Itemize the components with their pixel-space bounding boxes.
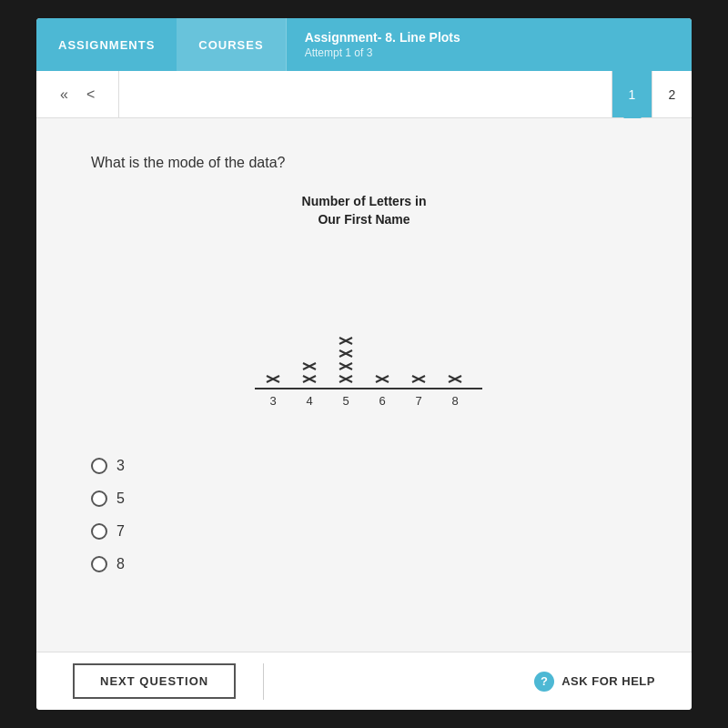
radio-3[interactable] bbox=[91, 458, 107, 474]
attempt-label: Attempt 1 of 3 bbox=[305, 46, 460, 59]
help-icon: ? bbox=[534, 672, 554, 692]
radio-8[interactable] bbox=[91, 556, 107, 572]
svg-text:4: 4 bbox=[306, 394, 312, 408]
courses-tab[interactable]: COURSES bbox=[177, 18, 285, 71]
question-1-btn[interactable]: 1 bbox=[612, 71, 652, 117]
question-2-btn[interactable]: 2 bbox=[652, 71, 692, 117]
ask-for-help-label: ASK FOR HELP bbox=[561, 674, 655, 688]
plot-title-line2: Our First Name bbox=[318, 212, 410, 227]
option-5[interactable]: 5 bbox=[91, 490, 637, 507]
q1-label: 1 bbox=[629, 87, 636, 102]
svg-text:7: 7 bbox=[415, 394, 421, 408]
question-nav: « < 1 2 bbox=[36, 71, 692, 118]
courses-label: COURSES bbox=[198, 38, 263, 52]
main-content: What is the mode of the data? Number of … bbox=[36, 118, 692, 652]
line-plot-svg: 3 4 5 6 7 8 bbox=[237, 243, 491, 425]
assignment-info: Assignment- 8. Line Plots Attempt 1 of 3 bbox=[286, 18, 479, 71]
option-7[interactable]: 7 bbox=[91, 523, 637, 540]
assignment-title: Assignment- 8. Line Plots bbox=[305, 30, 460, 45]
option-5-label: 5 bbox=[116, 490, 125, 507]
double-back-arrow[interactable]: « bbox=[55, 83, 74, 106]
bottom-divider bbox=[263, 663, 264, 700]
radio-5[interactable] bbox=[91, 490, 107, 507]
next-question-button[interactable]: NEXT QUESTION bbox=[73, 663, 236, 699]
option-7-label: 7 bbox=[116, 523, 125, 540]
option-8-label: 8 bbox=[116, 556, 125, 572]
line-plot: Number of Letters in Our First Name 3 4 … bbox=[91, 193, 637, 425]
plot-title: Number of Letters in Our First Name bbox=[302, 193, 427, 228]
ask-for-help-button[interactable]: ? ASK FOR HELP bbox=[534, 672, 655, 692]
assignments-label: ASSIGNMENTS bbox=[58, 38, 155, 52]
plot-title-line1: Number of Letters in bbox=[302, 194, 427, 208]
svg-text:3: 3 bbox=[269, 394, 276, 408]
question-numbers: 1 2 bbox=[612, 71, 692, 117]
single-back-arrow[interactable]: < bbox=[81, 83, 100, 106]
question-text: What is the mode of the data? bbox=[91, 155, 637, 171]
svg-text:5: 5 bbox=[342, 394, 349, 408]
bottom-bar: NEXT QUESTION ? ASK FOR HELP bbox=[36, 652, 692, 710]
q2-label: 2 bbox=[669, 87, 676, 102]
option-8[interactable]: 8 bbox=[91, 556, 637, 572]
svg-text:8: 8 bbox=[451, 394, 458, 408]
answer-options: 3 5 7 8 bbox=[91, 458, 637, 572]
nav-arrows: « < bbox=[36, 71, 119, 117]
option-3[interactable]: 3 bbox=[91, 458, 637, 474]
option-3-label: 3 bbox=[116, 458, 125, 474]
top-nav: ASSIGNMENTS COURSES Assignment- 8. Line … bbox=[36, 18, 692, 71]
radio-7[interactable] bbox=[91, 523, 107, 540]
assignments-tab[interactable]: ASSIGNMENTS bbox=[36, 18, 177, 71]
svg-text:6: 6 bbox=[379, 394, 385, 408]
